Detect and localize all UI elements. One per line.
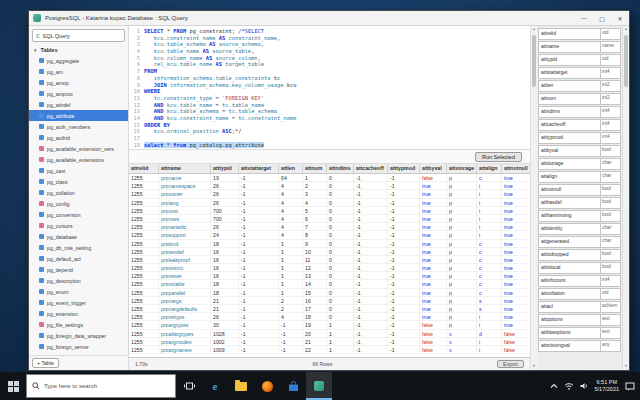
column-meta-row[interactable]: attstoragechar [538,158,621,170]
column-meta-row[interactable]: attnotnullbool [538,184,621,196]
table-row[interactable]: 1255provolatile18-11140-1-1truepctrue [129,280,530,288]
table-row[interactable]: 1255proretset16-11130-1-1truepctrue [129,272,530,280]
column-meta-row[interactable]: attinhcountint4 [538,275,621,287]
column-header[interactable]: attrelid [129,164,159,173]
column-header[interactable]: atttypid [211,164,239,173]
column-meta-row[interactable]: attislocalbool [538,262,621,274]
column-meta-row[interactable]: attidentitychar [538,223,621,235]
scrollbar-thumb[interactable] [532,35,536,87]
table-row[interactable]: 1255proargmodes1002-1-1211-1-1falsexifal… [129,338,530,346]
column-meta-row[interactable]: attstattargetint4 [538,67,621,79]
add-table-button[interactable]: + Table [32,358,59,368]
column-meta-row[interactable]: attgeneratedchar [538,236,621,248]
columns-scrollbar[interactable]: ▲ ▼ [622,26,629,370]
column-meta-row[interactable]: attfdwoptionstext [538,327,621,339]
sidebar-item-pg_db_role_setting[interactable]: pg_db_role_setting [29,242,128,253]
taskbar-item-firefox[interactable] [254,372,280,400]
network-button[interactable] [564,382,574,390]
sidebar-item-pg_am[interactable]: pg_am [29,66,128,77]
table-row[interactable]: 1255prorettype26-14180-1-1truepitrue [129,313,530,321]
editor-line[interactable]: 9 JOIN information_schema.key_column_usa… [129,82,530,89]
editor-line[interactable]: 17 [129,135,530,142]
sidebar-item-pg_description[interactable]: pg_description [29,275,128,286]
sidebar-item-pg_class[interactable]: pg_class [29,176,128,187]
column-meta-row[interactable]: atthasmissingbool [538,210,621,222]
column-meta-row[interactable]: attndimsint4 [538,106,621,118]
sidebar-item-sql-query[interactable]: ≡ SQL Query [32,29,125,42]
sql-editor[interactable]: 1SELECT * FROM pg_constraint; /*SELECT2 … [129,26,530,150]
table-row[interactable]: 1255proleakproof16-11110-1-1truepctrue [129,256,530,264]
export-button[interactable]: Export [497,360,524,368]
column-header[interactable]: attalign [477,164,502,173]
editor-line[interactable]: 2 kcu.constraint_name AS constraint_name… [129,35,530,42]
main-scrollbar[interactable]: ▲ ▼ [530,26,537,370]
column-meta-row[interactable]: attisdroppedbool [538,249,621,261]
table-row[interactable]: 1255proargtypes30-1-1191-1-1falsepitrue [129,321,530,329]
column-meta-row[interactable]: attoptionstext [538,314,621,326]
table-row[interactable]: 1255proparallel18-11150-1-1truepctrue [129,289,530,297]
editor-line[interactable]: 7FROM [129,68,530,75]
table-row[interactable]: 1255prolang26-1440-1-1truepitrue [129,199,530,207]
sidebar-item-pg_attrdef[interactable]: pg_attrdef [29,99,128,110]
minimize-button[interactable]: — [575,11,593,26]
task-view-button[interactable] [176,372,202,400]
sidebar-item-pg_event_trigger[interactable]: pg_event_trigger [29,297,128,308]
sidebar-item-pg_file_settings[interactable]: pg_file_settings [29,319,128,330]
column-header[interactable]: attnotnull [502,164,531,173]
start-button[interactable] [0,372,26,400]
column-header[interactable]: attstattarget [239,164,279,173]
editor-line[interactable]: 10WHERE [129,88,530,95]
editor-line[interactable]: 14 AND kcu.constraint_name = tc.constrai… [129,115,530,122]
table-row[interactable]: 1255proisstrict16-11120-1-1truepctrue [129,264,530,272]
taskbar-item-store[interactable] [280,372,306,400]
column-header[interactable]: attstorage [447,164,477,173]
sidebar-item-pg_depend[interactable]: pg_depend [29,264,128,275]
sidebar-item-pg_foreign_server[interactable]: pg_foreign_server [29,341,128,352]
sidebar-item-pg_cursors[interactable]: pg_cursors [29,220,128,231]
column-meta-row[interactable]: attrelidoid [538,28,621,40]
column-meta-row[interactable]: attaclaclitem [538,301,621,313]
column-meta-row[interactable]: attmissingvalany [538,340,621,352]
sidebar-item-pg_default_acl[interactable]: pg_default_acl [29,253,128,264]
column-header[interactable]: attlen [279,164,303,173]
maximize-button[interactable]: ▢ [593,11,611,26]
column-meta-row[interactable]: atttypmodint4 [538,132,621,144]
scrollbar-thumb[interactable] [624,35,628,87]
sidebar-item-pg_attribute[interactable]: pg_attribute [29,110,128,121]
table-row[interactable]: 1255pronargdefaults21-12170-1-1truepstru… [129,305,530,313]
sidebar-item-pg_cast[interactable]: pg_cast [29,165,128,176]
editor-line[interactable]: 13 AND kcu.table_schema = tc.table_schem… [129,108,530,115]
tray-overflow-button[interactable] [550,383,558,389]
sidebar-item-pg_extension[interactable]: pg_extension [29,308,128,319]
taskbar-item-file-explorer[interactable] [228,372,254,400]
sidebar-item-pg_conversion[interactable]: pg_conversion [29,209,128,220]
table-row[interactable]: 1255pronargs21-12160-1-1truepstrue [129,297,530,305]
editor-line[interactable]: 15ORDER BY [129,122,530,129]
sidebar-item-pg_aggregate[interactable]: pg_aggregate [29,55,128,66]
sidebar-item-pg_collation[interactable]: pg_collation [29,187,128,198]
table-row[interactable]: 1255prokind18-1190-1-1truepctrue [129,240,530,248]
column-header[interactable]: attnum [303,164,327,173]
column-header[interactable]: attcacheoff [354,164,388,173]
editor-line[interactable]: 5 kcu.column_name AS source_column, [129,55,530,62]
editor-line[interactable]: 12 AND kcu.table_name = tc.table_name [129,102,530,109]
sidebar-item-pg_config[interactable]: pg_config [29,198,128,209]
editor-line[interactable]: 18select * from pg_catalog.pg_attribute [129,142,530,149]
column-meta-row[interactable]: attnamename [538,41,621,53]
table-row[interactable]: 1255proallargtypes1028-1-1201-1-1falsexd… [129,330,530,338]
sidebar-item-pg_foreign_data_wrapper[interactable]: pg_foreign_data_wrapper [29,330,128,341]
scroll-down-icon[interactable]: ▼ [531,363,537,370]
table-row[interactable]: 1255prosecdef16-11100-1-1truepctrue [129,248,530,256]
editor-line[interactable]: 3 kcu.table_schema AS source_schema, [129,41,530,48]
table-row[interactable]: 1255pronamespace26-1420-1-1truepitrue [129,182,530,190]
sidebar-item-pg_database[interactable]: pg_database [29,231,128,242]
editor-line[interactable]: 6 rel_kcu.table_name AS target_table [129,61,530,68]
table-row[interactable]: 1255prorows700-1460-1-1truepitrue [129,215,530,223]
table-row[interactable]: 1255procost700-1450-1-1truepitrue [129,207,530,215]
column-meta-row[interactable]: attcollationoid [538,288,621,300]
column-meta-row[interactable]: atttypidoid [538,54,621,66]
column-meta-row[interactable]: attbyvalbool [538,145,621,157]
sidebar-item-pg_available_extensions[interactable]: pg_available_extensions [29,154,128,165]
sidebar-item-pg_auth_members[interactable]: pg_auth_members [29,121,128,132]
tables-section-header[interactable]: ▼ Tables [29,45,128,55]
